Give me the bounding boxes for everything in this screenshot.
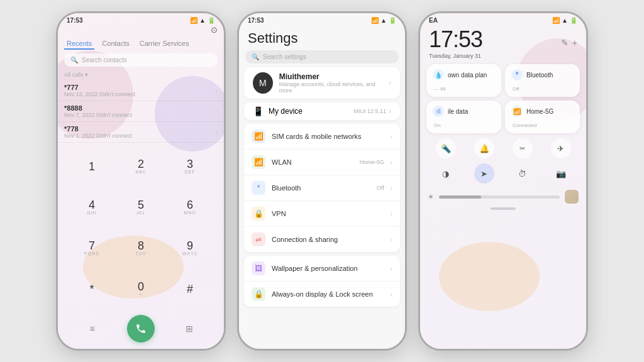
phone-control-center: EA 📶 ▲ 🔋 17:53 Tuesday, January 31 ✎ + bbox=[418, 11, 588, 351]
connection-sharing-icon: ⇌ bbox=[252, 233, 265, 246]
call-date: Nov 7, 2022 Didn't connect bbox=[64, 112, 132, 118]
color-swatch[interactable] bbox=[565, 190, 579, 204]
tab-contacts[interactable]: Contacts bbox=[99, 38, 131, 50]
cc-tile-bluetooth[interactable]: * Bluetooth Off bbox=[505, 64, 580, 97]
wifi-icon: ▲ bbox=[380, 17, 387, 24]
settings-item-sim[interactable]: 📶 SIM cards & mobile networks › bbox=[244, 124, 400, 150]
numpad-key-6[interactable]: 6 MNO bbox=[166, 187, 214, 227]
dialer-bottom-bar: ≡ ⊞ bbox=[58, 311, 224, 349]
settings-item-always-on-display[interactable]: 🔒 Always-on display & Lock screen › bbox=[244, 282, 400, 307]
bluetooth-value: Off bbox=[377, 185, 384, 191]
cc-tile-mobile-data[interactable]: ıll ile data On bbox=[426, 101, 501, 133]
wallpaper-icon: 🖼 bbox=[252, 261, 265, 275]
numpad-key-7[interactable]: 7 PQRS bbox=[68, 228, 116, 268]
profile-subtitle: Manage accounts, cloud services, and mor… bbox=[279, 81, 382, 94]
brightness-bar[interactable] bbox=[439, 195, 560, 199]
flashlight-button[interactable]: 🔦 bbox=[436, 138, 456, 158]
contact-search-bar[interactable]: 🔍 Search contacts bbox=[64, 53, 218, 67]
brightness-low-icon: ☀ bbox=[428, 193, 434, 201]
numpad-key-8[interactable]: 8 TUV bbox=[117, 228, 165, 268]
dark-mode-button[interactable]: ◑ bbox=[436, 163, 456, 184]
settings-content: 17:53 📶 ▲ 🔋 Settings 🔍 Search settings M… bbox=[239, 13, 405, 349]
bottom-indicator bbox=[491, 207, 516, 210]
status-bar: EA 📶 ▲ 🔋 bbox=[420, 13, 586, 25]
mobile-data-sub: On bbox=[433, 123, 495, 128]
notification-button[interactable]: 🔔 bbox=[474, 138, 494, 158]
vpn-label: VPN bbox=[272, 210, 384, 217]
tile-wifi-header: 📶 Home-5G bbox=[511, 106, 574, 117]
bluetooth-tile-sub: Off bbox=[511, 86, 574, 92]
numpad-key-4[interactable]: 4 GHI bbox=[68, 187, 116, 227]
cc-date: Tuesday, January 31 bbox=[429, 53, 482, 59]
cc-quick-icons-row1: 🔦 🔔 ✂ ✈ bbox=[420, 137, 586, 162]
connection-sharing-arrow-icon: › bbox=[391, 236, 392, 243]
settings-profile[interactable]: M Miuithemer Manage accounts, cloud serv… bbox=[244, 67, 400, 99]
screenshot-button[interactable]: ✂ bbox=[513, 138, 533, 158]
aod-icon: 🔒 bbox=[252, 287, 265, 301]
profile-name: Miuithemer bbox=[279, 72, 382, 81]
numpad-key-5[interactable]: 5 JKL bbox=[117, 187, 165, 227]
add-icon[interactable]: + bbox=[572, 38, 577, 48]
settings-section-network: 📶 SIM cards & mobile networks › 📶 WLAN H… bbox=[244, 124, 400, 252]
call-item[interactable]: *778 Nov 1, 2022 Didn't connect › bbox=[58, 122, 224, 143]
vpn-text: VPN bbox=[272, 210, 384, 217]
numpad-key-9[interactable]: 9 WXYZ bbox=[166, 228, 214, 268]
status-icons: 📶 ▲ 🔋 bbox=[371, 17, 396, 24]
airplane-mode-button[interactable]: ✈ bbox=[551, 138, 571, 158]
sim-arrow-icon: › bbox=[391, 133, 392, 140]
call-number: *777 bbox=[64, 84, 135, 91]
call-item[interactable]: *777 Nov 13, 2022 Didn't connect › bbox=[58, 80, 224, 101]
status-time: 17:53 bbox=[67, 17, 83, 24]
numpad-key-hash[interactable]: # bbox=[166, 269, 214, 309]
cc-tile-data-plan[interactable]: 💧 own data plan — Mi bbox=[426, 64, 501, 97]
camera-button[interactable]: 📷 bbox=[551, 163, 571, 184]
device-version: MIUI 12.5.11 bbox=[353, 108, 386, 114]
numpad-key-0[interactable]: 0 + bbox=[117, 269, 165, 309]
device-arrow-icon: › bbox=[389, 107, 391, 116]
my-device-item[interactable]: 📱 My device MIUI 12.5.11 › bbox=[244, 102, 400, 120]
settings-item-vpn[interactable]: 🔒 VPN › bbox=[244, 201, 400, 227]
call-arrow-icon: › bbox=[216, 108, 218, 115]
settings-search-bar[interactable]: 🔍 Search settings bbox=[245, 50, 399, 63]
dialpad-icon[interactable]: ⊞ bbox=[180, 320, 198, 337]
numpad-key-3[interactable]: 3 DEF bbox=[166, 146, 214, 186]
vpn-arrow-icon: › bbox=[391, 211, 392, 217]
settings-title: Settings bbox=[239, 25, 405, 49]
device-info: 📱 My device bbox=[253, 106, 303, 116]
wifi-icon: ▲ bbox=[562, 17, 568, 24]
wlan-arrow-icon: › bbox=[391, 159, 392, 166]
call-button[interactable] bbox=[127, 315, 155, 343]
call-info: *778 Nov 1, 2022 Didn't connect bbox=[64, 125, 132, 139]
tab-carrier[interactable]: Carrier Services bbox=[137, 38, 192, 50]
bluetooth-icon: * bbox=[252, 181, 265, 195]
wifi-tile-icon: 📶 bbox=[511, 106, 523, 117]
status-icons: 📶 ▲ 🔋 bbox=[552, 17, 577, 24]
tab-recents[interactable]: Recents bbox=[64, 38, 94, 50]
settings-item-wallpaper[interactable]: 🖼 Wallpaper & personalization › bbox=[244, 256, 400, 282]
timer-button[interactable]: ⏱ bbox=[513, 163, 533, 184]
bluetooth-label: Bluetooth bbox=[272, 184, 370, 192]
call-info: *8888 Nov 7, 2022 Didn't connect bbox=[64, 104, 132, 118]
settings-item-connection-sharing[interactable]: ⇌ Connection & sharing › bbox=[244, 227, 400, 252]
data-plan-label: own data plan bbox=[448, 72, 487, 79]
numpad-key-2[interactable]: 2 ABC bbox=[117, 146, 165, 186]
numpad-key-star[interactable]: * bbox=[68, 269, 116, 309]
settings-item-bluetooth[interactable]: * Bluetooth Off › bbox=[244, 175, 400, 201]
location-button[interactable]: ➤ bbox=[474, 163, 494, 184]
call-item[interactable]: *8888 Nov 7, 2022 Didn't connect › bbox=[58, 101, 224, 122]
phone-dialer: 17:53 📶 ▲ 🔋 ⊙ Recents Contacts Carrier S… bbox=[56, 11, 226, 351]
numpad-key-1[interactable]: 1 bbox=[68, 146, 116, 186]
data-plan-icon: 💧 bbox=[433, 69, 444, 80]
call-info: *777 Nov 13, 2022 Didn't connect bbox=[64, 84, 135, 97]
wlan-label: WLAN bbox=[272, 158, 353, 166]
dialer-tabs: Recents Contacts Carrier Services bbox=[58, 36, 224, 51]
cc-quick-tiles: 💧 own data plan — Mi * Bluetooth Off bbox=[420, 60, 586, 137]
edit-icon[interactable]: ✎ bbox=[561, 38, 569, 48]
status-bar: 17:53 📶 ▲ 🔋 bbox=[58, 13, 224, 25]
search-settings-icon[interactable]: ⊙ bbox=[211, 25, 218, 35]
settings-item-wlan[interactable]: 📶 WLAN Home-5G › bbox=[244, 150, 400, 175]
cc-tile-wifi[interactable]: 📶 Home-5G Connected bbox=[505, 101, 580, 133]
menu-icon[interactable]: ≡ bbox=[84, 320, 101, 337]
sim-label: SIM cards & mobile networks bbox=[272, 133, 384, 140]
aod-text: Always-on display & Lock screen bbox=[272, 290, 384, 298]
